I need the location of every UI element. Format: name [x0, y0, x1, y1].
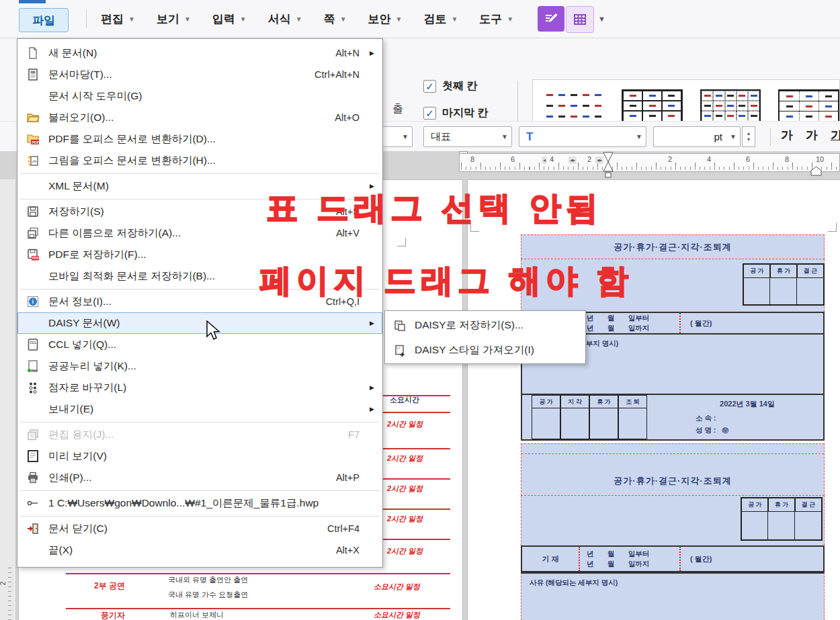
ruler-number: 6 — [746, 155, 750, 163]
ruler-margin-marker[interactable] — [603, 152, 614, 179]
menu-item-label: 새 문서(N) — [48, 46, 97, 60]
annotation-line-1: 표 드래그 선택 안됨 — [266, 187, 603, 230]
dash-mark — [668, 105, 675, 107]
style-preset-combo[interactable]: 대표 ▼ — [423, 126, 512, 147]
char-shape-button[interactable]: 가 — [781, 127, 793, 143]
table-tools-button[interactable] — [566, 6, 594, 33]
ruler-right-indent-marker[interactable] — [810, 166, 822, 176]
last-column-checkbox[interactable]: ✓ 마지막 칸 — [423, 106, 488, 120]
duration-label: ( 월간) — [690, 318, 712, 328]
ruler-indent-chip[interactable]: ◂ — [542, 157, 547, 164]
menu-item-label: 문서마당(T)... — [48, 68, 112, 82]
menu-item-label: 다른 이름으로 저장하기(A)... — [48, 226, 181, 240]
file-menu-item[interactable]: 미리 보기(V) — [17, 445, 382, 467]
svg-text:i: i — [32, 298, 34, 305]
period-text: 년 월 일부터년 월 일까지 — [587, 313, 649, 333]
form-title-strip[interactable]: 공가·휴가·결근·지각·조퇴계 — [521, 234, 825, 259]
dash-mark — [727, 115, 734, 117]
file-menu-item[interactable]: 새 문서(N)Alt+N▶ — [17, 42, 382, 64]
first-column-checkbox[interactable]: ✓ 첫째 칸 — [423, 79, 477, 93]
close-doc-icon — [25, 522, 41, 535]
font-size-combo[interactable]: pt ▼ — [653, 126, 741, 147]
leave-type-table[interactable]: 공 가휴 가결 근 — [741, 497, 823, 541]
daisy-submenu-item[interactable]: DTDAISY로 저장하기(S)... — [385, 313, 585, 338]
dash-mark — [668, 115, 675, 117]
thumb-cell — [702, 101, 713, 111]
chevron-down-icon: ▼ — [340, 15, 347, 23]
column-header: 공 가 — [742, 498, 768, 512]
chevron-down-icon: ▼ — [296, 15, 302, 23]
duration-cell: 2시간 일정 — [387, 546, 423, 556]
menubar-item-도구[interactable]: 도구▼ — [479, 11, 513, 27]
char-shape-button[interactable]: 가 — [806, 127, 818, 143]
menubar-item-보안[interactable]: 보안▼ — [368, 11, 403, 27]
toolbar-separator — [770, 128, 771, 146]
thumb-cell — [592, 100, 604, 111]
char-shape-button[interactable]: 가 — [831, 127, 840, 143]
file-menu-item[interactable]: 보내기(E)▶ — [17, 398, 382, 420]
window-accent-sliver — [19, 0, 46, 3]
file-menu-item[interactable]: 인쇄(P)...Alt+P — [17, 467, 382, 488]
file-menu-item[interactable]: 그림을 오피스 문서로 변환하기(H)... — [17, 150, 382, 171]
daisy-submenu-item[interactable]: DTDAISY 스타일 가져오기(I) — [385, 338, 585, 363]
menubar-item-보기[interactable]: 보기▼ — [157, 11, 191, 27]
reason-text: 사유 (해당되는 세부지 명시) — [530, 578, 618, 588]
partial-duration-cell: 소요시간 일정 — [374, 610, 420, 620]
file-menu-item[interactable]: DAISY 문서(W)▶ — [17, 312, 382, 334]
reason-block[interactable]: 사유 (해당되는 세부지 명시) — [521, 572, 825, 620]
file-menu-button[interactable]: 파일 — [19, 8, 69, 32]
file-menu-item[interactable]: 문서 닫기(C)Ctrl+F4 — [17, 518, 382, 539]
menubar-item-편집[interactable]: 편집▼ — [101, 11, 135, 27]
menubar-item-쪽[interactable]: 쪽▼ — [324, 11, 347, 27]
menubar-item-서식[interactable]: 서식▼ — [268, 11, 302, 27]
duration-cell: 2시간 일정 — [387, 419, 423, 429]
thumb-cell — [737, 101, 748, 111]
ruler-indent-chip[interactable]: ◂▸ — [569, 157, 577, 164]
menu-item-shortcut: F7 — [348, 429, 360, 440]
thumb-cell — [580, 100, 592, 111]
font-size-stepper[interactable]: ▲▼ — [742, 126, 755, 147]
dash-mark — [806, 95, 812, 97]
file-menu-item[interactable]: PEN공공누리 넣기(K)... — [17, 355, 382, 377]
dash-mark — [571, 116, 577, 118]
file-menu-item[interactable]: 불러오기(O)...Alt+O — [17, 107, 382, 128]
row-desc-line2: 국내 유명 가수 요청출연 — [168, 590, 248, 600]
vertical-ruler[interactable]: 2 — [0, 568, 12, 620]
menu-item-label: DAISY 문서(W) — [48, 316, 120, 330]
thumb-cell — [799, 112, 818, 121]
menubar-item-검토[interactable]: 검토▼ — [423, 11, 458, 27]
record-period-row[interactable]: 기 재 년 월 일부터년 월 일까지 ( 월간) — [521, 545, 825, 572]
file-menu-item[interactable]: 편집 용지(J)...F7 — [17, 424, 382, 445]
thumb-cell — [623, 101, 642, 111]
menu-item-label: 불러오기(O)... — [48, 111, 114, 125]
leave-type-table[interactable]: 공 가휴 가결 근 — [743, 263, 825, 306]
chevron-down-icon[interactable]: ▼ — [598, 15, 605, 23]
menubar-item-입력[interactable]: 입력▼ — [212, 11, 247, 27]
chevron-down-icon: ▼ — [632, 133, 646, 140]
file-menu-item[interactable]: PDFPDF를 오피스 문서로 변환하기(D)... — [17, 128, 382, 150]
file-menu-item[interactable]: CCLCCL 넣기(Q)... — [17, 334, 382, 355]
thumb-cell — [623, 111, 642, 121]
dash-mark — [595, 116, 601, 118]
svg-text:PDF: PDF — [32, 140, 40, 144]
edit-shape-button[interactable] — [538, 6, 564, 32]
column-header: 공 가 — [744, 265, 770, 278]
menu-item-label: 저장하기(S) — [48, 205, 104, 219]
file-menu-item[interactable]: 점자로 바꾸기(L)▶ — [17, 377, 382, 398]
chevron-down-icon: ▼ — [128, 15, 135, 23]
file-menu-item[interactable]: 문서 시작 도우미(G) — [17, 85, 382, 107]
ruler-number: 2 — [668, 155, 672, 163]
dash-mark — [739, 95, 745, 97]
file-menu-item[interactable]: 문서마당(T)...Ctrl+Alt+N — [17, 64, 382, 85]
signature-row[interactable]: 공 가지 각휴 가조 퇴 2022년 3월 14일 소 속 : 성 명 : ㊞ — [521, 394, 825, 441]
file-menu-item[interactable]: 1 C:₩Users₩gon₩Downlo...₩#1_이른문제_물류1급.hw… — [17, 492, 382, 514]
thumb-row — [702, 101, 760, 111]
form-title-strip[interactable]: 공가·휴가·결근·지각·조퇴계 — [521, 443, 825, 496]
horizontal-ruler[interactable] — [459, 153, 840, 172]
dash-mark — [716, 95, 722, 97]
menu-item-label: 그림을 오피스 문서로 변환하기(H)... — [48, 154, 216, 168]
document-page-2[interactable]: 공가·휴가·결근·지각·조퇴계 공 가휴 가결 근 기 재 년 월 일부터년 월… — [468, 180, 840, 620]
font-combo[interactable]: T ▼ — [519, 126, 646, 147]
file-menu-item[interactable]: 끝(X)Alt+X — [17, 539, 382, 561]
menu-item-label: 보내기(E) — [48, 402, 93, 416]
